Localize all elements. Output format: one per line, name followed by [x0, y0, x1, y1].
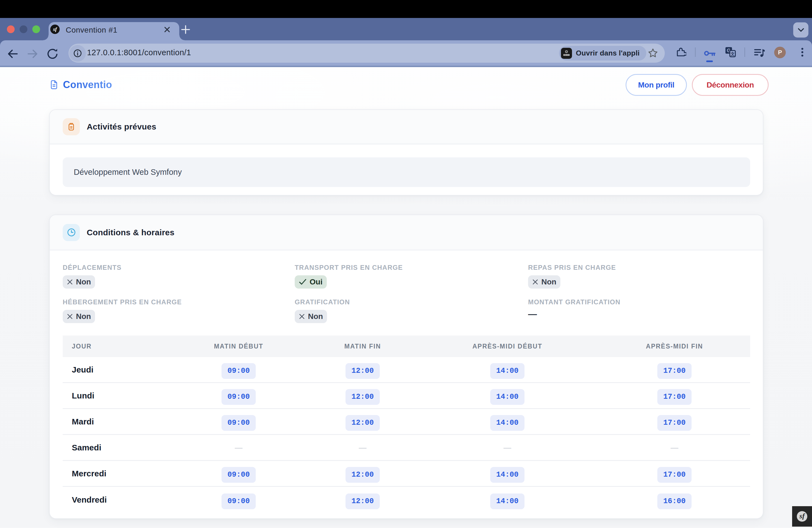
svg-text:DEUCE: DEUCE [564, 54, 569, 56]
svg-text:文: 文 [730, 52, 735, 56]
